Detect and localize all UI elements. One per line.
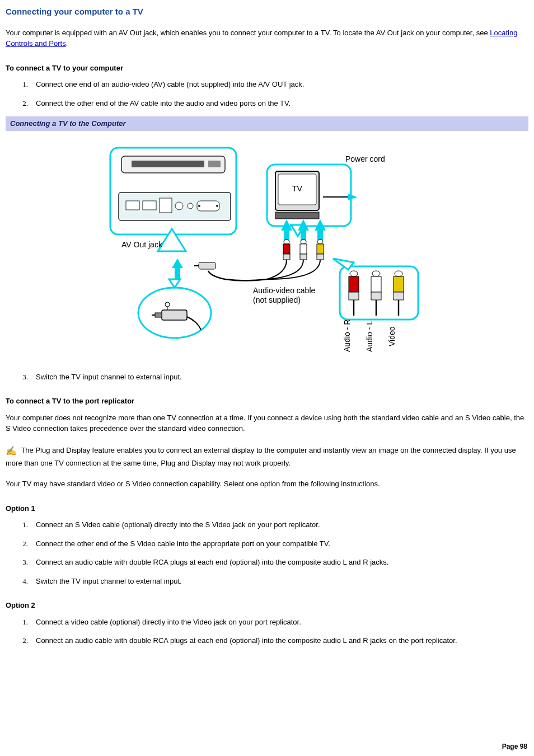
step-text: Connect a video cable (optional) directl… [36,617,528,628]
svg-point-28 [301,240,306,244]
intro-text-after: . [66,39,68,48]
svg-rect-46 [349,276,359,292]
option1-heading: Option 1 [6,503,528,514]
svg-rect-24 [317,231,323,241]
list-item: 2. Connect the other end of the S Video … [6,538,528,550]
svg-marker-36 [172,259,183,268]
subheading-port-replicator: To connect a TV to the port replicator [6,396,528,407]
page-title: Connecting your computer to a TV [6,6,528,18]
option2-heading: Option 2 [6,600,528,611]
label-av-out-jack: AV Out jack [121,240,163,249]
list-item: 2. Connect an audio cable with double RC… [6,635,528,646]
list-item: 1. Connect a video cable (optional) dire… [6,617,528,628]
svg-point-31 [317,240,323,244]
svg-rect-51 [371,292,381,300]
svg-rect-3 [208,161,221,167]
svg-point-53 [395,271,402,276]
label-tv: TV [292,184,303,193]
svg-rect-2 [132,161,204,167]
svg-rect-29 [300,244,307,254]
svg-rect-47 [349,292,359,300]
step-text: Connect the other end of the AV cable in… [36,98,528,109]
label-power-cord: Power cord [345,154,385,163]
svg-point-49 [372,271,380,276]
list-number: 4. [6,576,36,587]
svg-rect-22 [301,231,306,241]
list-number: 2. [6,538,36,550]
svg-rect-54 [394,276,404,292]
list-item: 2. Connect the other end of the AV cable… [6,98,528,109]
svg-marker-23 [315,219,326,231]
svg-point-45 [350,271,358,276]
label-av-cable-line2: (not supplied) [253,295,301,304]
subheading-connect-tv: To connect a TV to your computer [6,63,528,74]
note-icon: ✍ [6,444,17,458]
label-av-cable-line1: Audio-video cable [253,286,316,295]
svg-point-42 [165,302,170,307]
step-text: Connect the other end of the S Video cab… [36,538,528,550]
svg-rect-40 [155,313,162,317]
svg-point-25 [284,240,289,244]
replicator-paragraph-1: Your computer does not recognize more th… [6,412,528,434]
svg-point-9 [188,203,193,209]
list-number: 2. [6,635,36,646]
step-text: Connect one end of an audio-video (AV) c… [36,79,528,90]
step-text: Switch the TV input channel to external … [36,372,528,383]
label-video: Video [387,326,396,346]
step-text: Connect an S Video cable (optional) dire… [36,519,528,530]
list-item: 3. Switch the TV input channel to extern… [6,372,528,383]
list-number: 1. [6,617,36,628]
svg-rect-32 [317,244,324,254]
option2-steps: 1. Connect a video cable (optional) dire… [6,617,528,646]
option1-steps: 1. Connect an S Video cable (optional) d… [6,519,528,586]
note-text: The Plug and Display feature enables you… [6,446,516,467]
svg-rect-34 [199,262,216,269]
svg-marker-18 [348,194,357,200]
list-item: 1. Connect one end of an audio-video (AV… [6,79,528,90]
label-audio-l: Audio - L [365,320,374,351]
note-paragraph: ✍ The Plug and Display feature enables y… [6,444,528,469]
svg-rect-7 [160,198,172,213]
intro-text-before: Your computer is equipped with an AV Out… [6,29,490,37]
svg-rect-50 [371,276,381,292]
step-text: Switch the TV input channel to external … [36,576,528,587]
svg-rect-33 [317,254,324,260]
list-item: 3. Connect an audio cable with double RC… [6,557,528,568]
svg-point-11 [198,205,200,207]
svg-rect-6 [143,201,156,210]
svg-rect-16 [275,212,319,219]
svg-rect-55 [394,292,404,300]
list-number: 1. [6,79,36,90]
list-item: 1. Connect an S Video cable (optional) d… [6,519,528,530]
list-number: 3. [6,557,36,568]
svg-point-8 [175,202,183,210]
list-number: 3. [6,372,36,383]
figure-diagram: AV Out jack TV Power cord [6,137,528,360]
list-number: 1. [6,519,36,530]
svg-rect-26 [283,244,290,254]
label-audio-r: Audio - R [343,319,352,351]
svg-rect-39 [162,310,187,320]
steps-connect-tv-bottom: 3. Switch the TV input channel to extern… [6,372,528,383]
intro-paragraph: Your computer is equipped with an AV Out… [6,27,528,49]
steps-connect-tv-top: 1. Connect one end of an audio-video (AV… [6,79,528,109]
svg-rect-27 [283,254,290,260]
replicator-paragraph-2: Your TV may have standard video or S Vid… [6,478,528,490]
step-text: Connect an audio cable with double RCA p… [36,557,528,568]
svg-rect-37 [175,268,180,279]
list-item: 4. Switch the TV input channel to extern… [6,576,528,587]
svg-point-12 [216,205,218,207]
connection-diagram-svg: AV Out jack TV Power cord [99,137,435,360]
list-number: 2. [6,98,36,109]
svg-rect-5 [126,201,139,210]
svg-rect-20 [284,231,289,241]
step-text: Connect an audio cable with double RCA p… [36,635,528,646]
svg-rect-30 [300,254,307,260]
figure-caption: Connecting a TV to the Computer [6,116,528,131]
